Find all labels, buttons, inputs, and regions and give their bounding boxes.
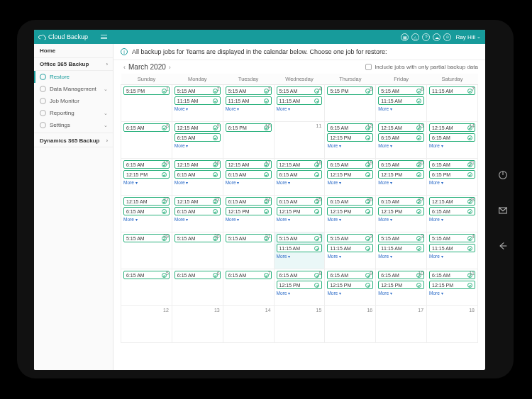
backup-job-chip[interactable]: 12:15 PM [429, 281, 475, 289]
more-link[interactable]: More ▾ [378, 254, 424, 259]
more-link[interactable]: More ▾ [277, 291, 323, 296]
calendar-cell[interactable]: 2212:15 AM6:15 AMMore ▾ [121, 196, 172, 232]
more-link[interactable]: More ▾ [327, 217, 373, 222]
backup-job-chip[interactable]: 12:15 PM [378, 281, 424, 289]
calendar-cell[interactable]: 35:15 AM11:15 AMMore ▾ [376, 232, 427, 269]
more-link[interactable]: More ▾ [378, 180, 424, 185]
backup-job-chip[interactable]: 6:15 AM [327, 271, 373, 279]
more-link[interactable]: More ▾ [123, 180, 170, 185]
calendar-cell[interactable]: 1712:15 AM6:15 AMMore ▾ [223, 159, 274, 196]
calendar-cell[interactable]: 55:15 PM [325, 85, 376, 122]
backup-job-chip[interactable]: 11:15 AM [378, 244, 424, 252]
backup-job-chip[interactable]: 6:15 AM [429, 207, 475, 215]
backup-job-chip[interactable]: 6:15 AM [123, 271, 170, 279]
more-link[interactable]: More ▾ [378, 217, 424, 222]
calendar-scroll[interactable]: SundayMondayTuesdayWednesdayThursdayFrid… [113, 74, 485, 370]
backup-job-chip[interactable]: 12:15 PM [327, 207, 373, 215]
backup-job-chip[interactable]: 5:15 AM [226, 86, 272, 95]
more-link[interactable]: More ▾ [327, 180, 373, 185]
sidebar-item-data-management[interactable]: Data Management ⌄ [34, 83, 113, 95]
backup-job-chip[interactable]: 5:15 AM [277, 86, 323, 95]
calendar-cell[interactable]: 2812:15 AM6:15 AMMore ▾ [427, 196, 478, 232]
calendar-cell[interactable]: 126:15 AM12:15 PMMore ▾ [325, 122, 376, 159]
more-link[interactable]: More ▾ [174, 180, 221, 185]
backup-job-chip[interactable]: 12:15 PM [327, 281, 373, 289]
more-link[interactable]: More ▾ [226, 106, 272, 111]
calendar-cell[interactable]: 12 [121, 306, 172, 343]
calendar-cell[interactable]: 56:15 AM [121, 269, 172, 306]
backup-job-chip[interactable]: 11:15 AM [174, 96, 221, 105]
backup-job-chip[interactable]: 11:15 AM [429, 86, 475, 95]
backup-job-chip[interactable]: 11:15 AM [277, 96, 323, 105]
calendar-cell[interactable]: 96:15 AM12:15 PMMore ▾ [325, 269, 376, 306]
more-link[interactable]: More ▾ [277, 254, 323, 259]
calendar-cell[interactable]: 15:15 AM11:15 AMMore ▾ [274, 232, 325, 269]
calendar-cell[interactable]: 13 [172, 306, 223, 343]
prev-month-button[interactable]: ‹ [121, 64, 128, 71]
backup-job-chip[interactable]: 5:15 AM [277, 234, 323, 242]
calendar-cell[interactable]: 206:15 AM12:15 PMMore ▾ [376, 159, 427, 196]
sidebar-section-office365[interactable]: Office 365 Backup › [34, 58, 113, 71]
more-link[interactable]: More ▾ [277, 180, 323, 185]
calendar-cell[interactable]: 14 [223, 306, 274, 343]
header-user[interactable]: Ray Hill ⌄ [455, 34, 481, 40]
backup-job-chip[interactable]: 12:15 PM [277, 207, 323, 215]
header-icon-user[interactable]: ☺ [443, 33, 451, 41]
backup-job-chip[interactable]: 11:15 AM [277, 244, 323, 252]
calendar-cell[interactable]: 246:15 AM12:15 PMMore ▾ [223, 196, 274, 232]
calendar-cell[interactable]: 276:15 AM12:15 PMMore ▾ [376, 196, 427, 232]
sidebar-item-job-monitor[interactable]: Job Monitor [34, 95, 113, 107]
backup-job-chip[interactable]: 12:15 PM [378, 207, 424, 215]
backup-job-chip[interactable]: 6:15 AM [174, 271, 221, 279]
calendar-cell[interactable]: 11 [274, 122, 325, 159]
calendar-cell[interactable]: 25:15 AM11:15 AMMore ▾ [172, 85, 223, 122]
header-icon-bell[interactable]: △ [411, 33, 419, 41]
more-link[interactable]: More ▾ [277, 106, 323, 111]
more-link[interactable]: More ▾ [174, 143, 221, 148]
calendar-cell[interactable]: 65:15 AM11:15 AMMore ▾ [376, 85, 427, 122]
calendar-cell[interactable]: 711:15 AM [427, 85, 478, 122]
calendar-cell[interactable]: 196:15 AM12:15 PMMore ▾ [325, 159, 376, 196]
more-link[interactable]: More ▾ [429, 254, 475, 259]
calendar-cell[interactable]: 16 [325, 306, 376, 343]
calendar-cell[interactable]: 295:15 AM [121, 232, 172, 269]
backup-job-chip[interactable]: 6:15 PM [429, 170, 475, 179]
partial-backup-checkbox[interactable]: Include jobs with only partial backup da… [365, 64, 478, 70]
more-link[interactable]: More ▾ [277, 217, 323, 222]
backup-job-chip[interactable]: 12:15 PM [378, 170, 424, 179]
more-link[interactable]: More ▾ [174, 217, 221, 222]
calendar-cell[interactable]: 216:15 AM6:15 PMMore ▾ [427, 159, 478, 196]
backup-job-chip[interactable]: 11:15 AM [429, 244, 475, 252]
sidebar-item-settings[interactable]: Settings ⌄ [34, 119, 113, 131]
backup-job-chip[interactable]: 6:15 AM [429, 133, 475, 142]
calendar-cell[interactable]: 15 [274, 306, 325, 343]
calendar-cell[interactable]: 17 [376, 306, 427, 343]
backup-job-chip[interactable]: 5:15 AM [378, 86, 424, 95]
sidebar-home[interactable]: Home [34, 44, 113, 58]
backup-job-chip[interactable]: 11:15 AM [327, 244, 373, 252]
backup-job-chip[interactable]: 6:15 AM [123, 123, 170, 132]
more-link[interactable]: More ▾ [174, 106, 221, 111]
calendar-cell[interactable]: 1612:15 AM6:15 AMMore ▾ [172, 159, 223, 196]
more-link[interactable]: More ▾ [378, 291, 424, 296]
calendar-cell[interactable]: 76:15 AM [223, 269, 274, 306]
more-link[interactable]: More ▾ [327, 143, 373, 148]
calendar-cell[interactable]: 2312:15 AM6:15 AMMore ▾ [172, 196, 223, 232]
more-link[interactable]: More ▾ [327, 254, 373, 259]
sidebar-item-restore[interactable]: Restore [34, 71, 113, 83]
more-link[interactable]: More ▾ [327, 291, 373, 296]
calendar-cell[interactable]: 116:15 AM12:15 PMMore ▾ [427, 269, 478, 306]
sidebar-item-reporting[interactable]: Reporting ⌄ [34, 107, 113, 119]
backup-job-chip[interactable]: 5:15 AM [429, 234, 475, 242]
more-link[interactable]: More ▾ [226, 180, 272, 185]
backup-job-chip[interactable]: 11:15 AM [378, 96, 424, 105]
sidebar-section-dynamics365[interactable]: Dynamics 365 Backup › [34, 135, 113, 147]
backup-job-chip[interactable]: 12:15 PM [277, 281, 323, 289]
backup-job-chip[interactable]: 6:15 AM [123, 207, 170, 215]
backup-job-chip[interactable]: 5:15 AM [174, 86, 221, 95]
calendar-cell[interactable]: 35:15 AM11:15 AMMore ▾ [223, 85, 274, 122]
calendar-cell[interactable]: 106:15 PM [223, 122, 274, 159]
backup-job-chip[interactable]: 5:15 AM [378, 234, 424, 242]
calendar-cell[interactable]: 156:15 AM12:15 PMMore ▾ [121, 159, 172, 196]
backup-job-chip[interactable]: 12:15 PM [226, 207, 272, 215]
